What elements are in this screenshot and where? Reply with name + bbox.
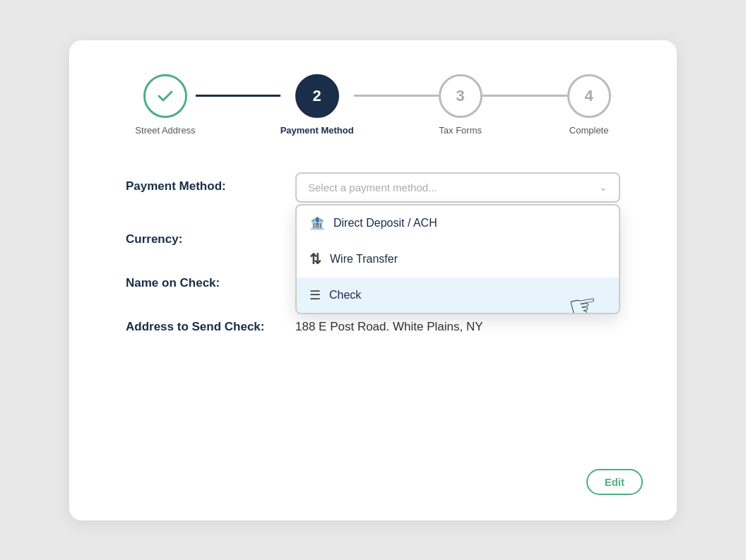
main-card: Street Address 2 Payment Method 3 Tax Fo… <box>69 40 677 520</box>
step-circle-3: 3 <box>439 74 482 118</box>
step-payment-method: 2 Payment Method <box>280 74 354 136</box>
address-value: 188 E Post Road. White Plains, NY <box>295 313 483 334</box>
connector-2 <box>354 95 439 97</box>
step-circle-2: 2 <box>295 74 339 118</box>
step-tax-forms: 3 Tax Forms <box>439 74 482 136</box>
stepper: Street Address 2 Payment Method 3 Tax Fo… <box>112 74 634 136</box>
currency-label: Currency: <box>126 225 295 246</box>
cursor-hand-icon: ☞ <box>566 285 601 314</box>
dropdown-item-label-direct-deposit: Direct Deposit / ACH <box>333 217 437 230</box>
connector-3 <box>482 95 567 97</box>
address-row: Address to Send Check: 188 E Post Road. … <box>126 313 634 334</box>
dropdown-placeholder: Select a payment method... <box>308 181 437 193</box>
dropdown-item-wire-transfer[interactable]: ⇅ Wire Transfer <box>297 241 619 278</box>
step-label-1: Street Address <box>135 125 195 136</box>
step-label-2: Payment Method <box>280 125 354 136</box>
step-label-4: Complete <box>569 125 609 136</box>
transfer-icon: ⇅ <box>309 251 321 268</box>
step-label-3: Tax Forms <box>439 125 482 136</box>
check-doc-icon: ☰ <box>309 287 321 303</box>
step-street-address: Street Address <box>135 74 195 136</box>
connector-1 <box>196 95 280 97</box>
edit-button[interactable]: Edit <box>586 469 643 495</box>
chevron-down-icon: ⌄ <box>599 181 608 193</box>
form-section: Payment Method: Select a payment method.… <box>112 172 634 334</box>
dropdown-trigger[interactable]: Select a payment method... ⌄ <box>295 172 620 203</box>
dropdown-menu: 🏦 Direct Deposit / ACH ⇅ Wire Transfer ☰… <box>295 204 620 314</box>
step-circle-4: 4 <box>567 74 611 118</box>
bank-icon: 🏦 <box>309 215 325 231</box>
dropdown-item-label-check: Check <box>329 289 361 302</box>
dropdown-item-check[interactable]: ☰ Check ☞ <box>297 278 619 313</box>
address-label: Address to Send Check: <box>126 313 295 334</box>
step-circle-1 <box>143 74 187 118</box>
payment-method-label: Payment Method: <box>126 172 295 193</box>
dropdown-item-label-wire-transfer: Wire Transfer <box>330 253 398 266</box>
payment-method-dropdown[interactable]: Select a payment method... ⌄ 🏦 Direct De… <box>295 172 620 203</box>
step-complete: 4 Complete <box>567 74 611 136</box>
name-on-check-label: Name on Check: <box>126 269 295 290</box>
payment-method-row: Payment Method: Select a payment method.… <box>126 172 634 203</box>
dropdown-item-direct-deposit[interactable]: 🏦 Direct Deposit / ACH <box>297 205 619 241</box>
